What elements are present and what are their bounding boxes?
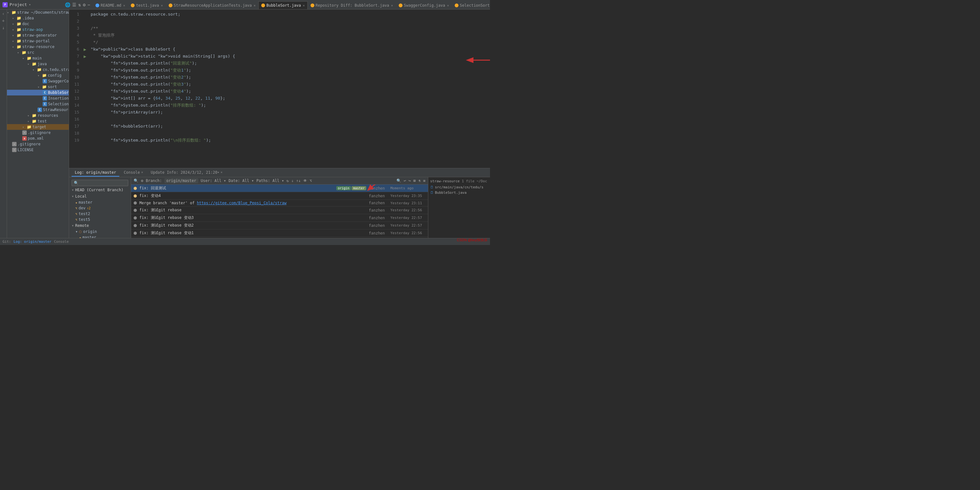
git-commit-row-3[interactable]: fix: 测试git rebasefanzhenYesterday 22:56 [131,207,428,214]
git-search2-icon[interactable]: 🔍 [396,178,401,183]
fetch-icon[interactable]: ⇓ [291,178,294,183]
nav-plus-btn[interactable]: + [1,18,6,24]
sidebar-item-resources[interactable]: ▾📁resources [7,113,69,118]
sidebar-item-straw-generator[interactable]: ▾📁straw-generator [7,32,69,38]
user-filter[interactable]: User: All ▾ [201,178,226,183]
bottom-tab-update-info:-2024/3/[interactable]: Update Info: 2024/3/12, 21:20 ▾× [148,169,226,177]
sidebar-item-config[interactable]: ▾📁config [7,73,69,78]
git-commit-row-7[interactable]: fix: 排序代码fanzhenYesterday 22:56 [131,237,428,238]
sidebar-item-sort[interactable]: ▾📁sort [7,84,69,90]
settings2-icon[interactable]: ≡ [423,178,425,183]
sidebar-item-swaggerconfig[interactable]: CSwaggerConfig [7,78,69,84]
tab-close-btn[interactable]: × [254,4,256,7]
tab-close-btn[interactable]: × [447,4,449,7]
branch-icon-master: ★ [75,201,77,204]
bottom-tab-close[interactable]: × [221,170,223,174]
status-git-branch[interactable]: Log: origin/master [14,240,51,244]
dev-up-arrow: ↑2 [87,207,91,210]
git-head-section[interactable]: ▾ HEAD (Current Branch) [69,187,131,193]
sidebar-item-cn.tedu.straw.resource[interactable]: ▾📁cn.tedu.straw.resource [7,67,69,73]
tab-repositorydiff:bubbl[interactable]: Repository Diff: BubbleSort.java× [308,1,396,10]
git-branch-test5[interactable]: ⌥test5 [69,217,131,223]
run-arrow[interactable]: ▶ [84,54,86,59]
filter-icon[interactable]: ⚗ [418,178,421,183]
sidebar-item-license[interactable]: ·LICENSE [7,147,69,153]
tab-strawresourceapplica[interactable]: StrawResourceApplicationTests.java× [166,1,259,10]
sidebar-item-straw-resource[interactable]: ▾📁straw-resource [7,44,69,49]
git-search-input[interactable] [72,180,128,186]
refresh-icon[interactable]: ↻ [286,178,289,183]
status-bar: Git: Log: origin/master Console [0,238,490,245]
right-panel-file-item[interactable]: 🗒src/main/java/cn/tedu/s [430,185,488,190]
git-search-icon[interactable]: 🔍 [134,178,138,183]
git-remote-section[interactable]: ▾ Remote [69,223,131,229]
bottom-tab-console[interactable]: Console× [121,169,146,177]
bottom-tab-log:-origin/master[interactable]: Log: origin/master [72,169,119,177]
project-dropdown[interactable]: ▾ [29,3,31,6]
git-local-section[interactable]: ▾ Local [69,193,131,199]
tab-readme.md[interactable]: README.md× [92,1,128,10]
undo-icon[interactable]: ↩ [404,178,406,183]
toolbar-icon-gear[interactable]: ⚙ [83,2,85,7]
eye-icon[interactable]: 👁 [303,178,307,183]
line-number-16: 16 [69,116,79,123]
tab-selectionsort.java[interactable]: SelectionSort.java× [452,1,490,10]
sidebar-item-pom.xml[interactable]: xpom.xml [7,135,69,141]
sidebar-item-main[interactable]: ▾📁main [7,56,69,61]
sidebar-item-test[interactable]: ▾📁test [7,118,69,124]
tab-close-btn[interactable]: × [123,4,125,7]
toolbar-icon-list[interactable]: ☰ [72,2,76,7]
git-commit-row-4[interactable]: fix: 测试git rebase 变动3fanzhenYesterday 22… [131,214,428,222]
branch-filter-value[interactable]: origin/master [164,178,198,183]
tab-bubblesort.java[interactable]: BubbleSort.java× [258,1,307,10]
sidebar-item-.gitignore[interactable]: ·.gitignore [7,130,69,135]
status-console[interactable]: Console [54,240,69,244]
sidebar-item-target[interactable]: ▾📁target [7,124,69,130]
tab-close-btn[interactable]: × [161,4,163,7]
git-branch-dev[interactable]: ⌥dev ↑2 [69,205,131,211]
paths-filter[interactable]: Paths: All ▾ [256,178,284,183]
toolbar-icon-globe[interactable]: 🌐 [65,2,70,7]
run-arrow[interactable]: ▶ [84,47,86,52]
sidebar-item-src[interactable]: ▾📁src [7,49,69,56]
sidebar-item-straw-portal[interactable]: ▾📁straw-portal [7,38,69,44]
nav-back-btn[interactable]: ‹ [1,11,6,16]
push-icon[interactable]: ⇑↓ [296,178,301,183]
remote-origin-item[interactable]: ▾ ⬡ origin [69,229,131,234]
bottom-tab-close[interactable]: × [141,170,143,174]
sidebar-item-bubblesort[interactable]: CBubbleSort [7,90,69,95]
layout-icon[interactable]: ⊞ [413,178,415,183]
sidebar-item-.gitignore[interactable]: ·.gitignore [7,141,69,147]
branch-icon[interactable]: ⌥ [310,178,312,183]
tab-test1.java[interactable]: test1.java× [128,1,165,10]
date-filter[interactable]: Date: All ▾ [229,178,254,183]
tab-close-btn[interactable]: × [391,4,393,7]
tab-close-btn[interactable]: × [303,4,305,7]
git-branch-test2[interactable]: ⌥test2 [69,211,131,217]
right-panel-file-item[interactable]: 🗒BubbleSort.java [430,190,488,196]
git-branch-master[interactable]: ★master [69,199,131,205]
tab-swaggerconfig.java[interactable]: SwaggerConfig.java× [396,1,452,10]
redo-icon[interactable]: ↪ [409,178,411,183]
git-commit-row-0[interactable]: fix: 回退测试originmasterfanzhenMoments ago [131,185,428,192]
nav-down-btn[interactable]: ↓ [1,25,6,30]
git-commit-row-6[interactable]: fix: 测试git rebase 变动1fanzhenYesterday 22… [131,229,428,237]
git-settings-icon[interactable]: ⚙ [141,178,143,183]
toolbar-icon-split[interactable]: ⇅ [78,2,81,7]
remote-origin-master-item[interactable]: ★ master [69,234,131,238]
sidebar-item-straw-aop[interactable]: ▾📁straw-aop [7,27,69,32]
sidebar-item-selectionsort[interactable]: CSelectionSort [7,101,69,107]
commit-link[interactable]: https://gitee.com/Blue_Pepsi_Cola/straw [197,201,287,205]
sidebar-item-.idea[interactable]: ▾📁.idea [7,15,69,21]
sidebar-item-doc[interactable]: ▾📁doc [7,21,69,27]
sidebar-item-strawresourceapplication[interactable]: CStrawResourceApplication [7,107,69,113]
code-content[interactable]: package cn.tedu.straw.resource.sort; /**… [88,10,490,168]
sidebar-item-straw[interactable]: ▾📁straw ~/Documents/straw [7,10,69,15]
bottom-tab-dropdown[interactable]: ▾ [217,170,219,174]
sidebar-item-java[interactable]: ▾📁java [7,61,69,67]
git-commit-row-5[interactable]: fix: 测试git rebase 变动2fanzhenYesterday 22… [131,222,428,229]
toolbar-icon-minus[interactable]: − [88,2,90,7]
sidebar-item-insertionsort[interactable]: CInsertionSort [7,95,69,101]
git-commit-row-2[interactable]: Merge branch 'master' of https://gitee.c… [131,200,428,207]
git-commit-row-1[interactable]: fix: 变动4fanzhenYesterday 23:35 [131,192,428,200]
